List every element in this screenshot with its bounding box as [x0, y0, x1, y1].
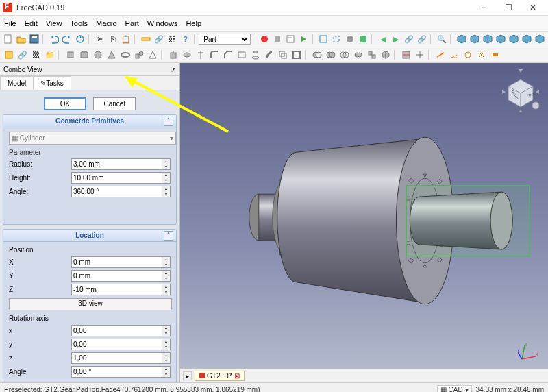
- link-icon[interactable]: 🔗: [153, 33, 165, 46]
- bottom-view-icon[interactable]: [521, 33, 533, 46]
- draw-style-icon[interactable]: [344, 33, 356, 46]
- part-fillet-icon[interactable]: [208, 49, 221, 62]
- 3d-view-button[interactable]: 3D view: [9, 298, 172, 310]
- new-file-icon[interactable]: [2, 33, 14, 46]
- macro-run-icon[interactable]: [297, 33, 310, 46]
- bool-cut-icon[interactable]: [310, 49, 323, 62]
- rot-angle-input[interactable]: ▲▼: [71, 366, 171, 378]
- link-nav-icon[interactable]: 🔗: [403, 33, 415, 46]
- navigation-cube[interactable]: FRONT RIGHT: [499, 69, 543, 112]
- ok-button[interactable]: OK: [44, 97, 86, 110]
- measure-icon[interactable]: [140, 33, 152, 46]
- rot-y-input[interactable]: ▲▼: [71, 339, 171, 350]
- nav-back-icon[interactable]: ◀: [376, 33, 388, 46]
- part-link-icon[interactable]: 🔗: [16, 49, 29, 62]
- menu-windows[interactable]: Windows: [147, 19, 178, 27]
- part-ruled-icon[interactable]: [235, 49, 248, 62]
- menu-help[interactable]: Help: [186, 19, 201, 27]
- part-shapebuilder-icon[interactable]: [146, 49, 159, 62]
- cancel-button[interactable]: Cancel: [93, 97, 136, 110]
- bool-intersect-icon[interactable]: [338, 49, 351, 62]
- zoom-icon[interactable]: 🔍: [436, 33, 448, 46]
- menu-view[interactable]: View: [46, 19, 62, 27]
- bool-fragments-icon[interactable]: [365, 49, 378, 62]
- open-file-icon[interactable]: [15, 33, 27, 46]
- part-cone-icon[interactable]: [105, 49, 118, 62]
- workbench-selector[interactable]: Part: [199, 34, 251, 45]
- tab-tasks[interactable]: ✎ Tasks: [33, 76, 71, 90]
- menu-file[interactable]: File: [4, 19, 16, 27]
- pos-z-input[interactable]: ▲▼: [71, 284, 171, 295]
- undo-icon[interactable]: [48, 33, 60, 46]
- part-revolve-icon[interactable]: [180, 49, 193, 62]
- rear-view-icon[interactable]: [508, 33, 520, 46]
- collapse-icon[interactable]: ˄: [164, 117, 173, 126]
- measure-toggle-icon[interactable]: [488, 49, 501, 62]
- redo-icon[interactable]: [61, 33, 73, 46]
- pos-x-input[interactable]: ▲▼: [71, 256, 171, 268]
- part-sphere-icon[interactable]: [91, 49, 104, 62]
- measure-angular-icon[interactable]: [447, 49, 460, 62]
- front-view-icon[interactable]: [469, 33, 481, 46]
- part-cylinder-icon[interactable]: [77, 49, 90, 62]
- macro-stop-icon[interactable]: [271, 33, 284, 46]
- refresh-icon[interactable]: [74, 33, 86, 46]
- part-group-icon[interactable]: [2, 49, 15, 62]
- part-chamfer-icon[interactable]: [221, 49, 234, 62]
- part-thickness-icon[interactable]: [290, 49, 303, 62]
- right-view-icon[interactable]: [495, 33, 507, 46]
- menu-tools[interactable]: Tools: [70, 19, 88, 27]
- document-tab[interactable]: GT2 : 1* ⊠: [195, 371, 245, 381]
- radius-input[interactable]: ▲▼: [71, 158, 171, 170]
- top-view-icon[interactable]: [482, 33, 494, 46]
- view-fit-selection-icon[interactable]: [330, 33, 342, 46]
- panel-float-icon[interactable]: ↗: [171, 66, 176, 73]
- paste-icon[interactable]: 📋: [120, 33, 132, 46]
- part-vargroup-icon[interactable]: 📁: [43, 49, 56, 62]
- rot-x-input[interactable]: ▲▼: [71, 325, 171, 336]
- part-offset-icon[interactable]: [276, 49, 289, 62]
- left-view-icon[interactable]: [534, 33, 546, 46]
- part-section-icon[interactable]: [399, 49, 412, 62]
- tab-close-icon[interactable]: ⊠: [234, 372, 240, 380]
- bounding-box-icon[interactable]: [357, 33, 369, 46]
- minimize-button[interactable]: −: [471, 0, 496, 15]
- 3d-viewport[interactable]: FRONT RIGHT x z y ▸ GT2 : 1* ⊠: [180, 63, 548, 382]
- link-select-icon[interactable]: 🔗: [416, 33, 428, 46]
- part-torus-icon[interactable]: [119, 49, 132, 62]
- whats-this-icon[interactable]: ?: [179, 33, 191, 46]
- menu-edit[interactable]: Edit: [25, 19, 38, 27]
- bool-slice-icon[interactable]: [379, 49, 392, 62]
- close-button[interactable]: ✕: [521, 0, 545, 15]
- rot-z-input[interactable]: ▲▼: [71, 352, 171, 364]
- macro-list-icon[interactable]: [284, 33, 297, 46]
- bool-connect-icon[interactable]: [351, 49, 364, 62]
- part-linkgroup-icon[interactable]: ⛓: [29, 49, 42, 62]
- nav-forward-icon[interactable]: ▶: [390, 33, 402, 46]
- part-mirror-icon[interactable]: [194, 49, 207, 62]
- part-extrude-icon[interactable]: [166, 49, 179, 62]
- tab-start-icon[interactable]: ▸: [183, 371, 192, 380]
- measure-linear-icon[interactable]: [434, 49, 447, 62]
- collapse-icon[interactable]: ˄: [164, 231, 173, 241]
- tab-model[interactable]: Model: [0, 76, 34, 90]
- cut-icon[interactable]: ✂: [94, 33, 106, 46]
- copy-icon[interactable]: ⎘: [107, 33, 119, 46]
- part-sweep-icon[interactable]: [262, 49, 275, 62]
- pos-y-input[interactable]: ▲▼: [71, 270, 171, 282]
- height-input[interactable]: ▲▼: [71, 172, 171, 184]
- macro-record-icon[interactable]: [258, 33, 271, 46]
- primitive-type-selector[interactable]: ▦ Cylinder▾: [9, 132, 176, 145]
- angle-input[interactable]: ▲▼: [71, 186, 171, 197]
- part-box-icon[interactable]: [64, 49, 77, 62]
- part-cross-icon[interactable]: [413, 49, 426, 62]
- unlink-icon[interactable]: ⛓: [166, 33, 178, 46]
- part-primitives-icon[interactable]: [132, 49, 145, 62]
- iso-view-icon[interactable]: [456, 33, 468, 46]
- bool-union-icon[interactable]: [324, 49, 337, 62]
- menu-macro[interactable]: Macro: [96, 19, 117, 27]
- view-fit-icon[interactable]: [317, 33, 329, 46]
- nav-style-button[interactable]: ▦ CAD ▾: [437, 385, 472, 393]
- part-loft-icon[interactable]: [249, 49, 262, 62]
- save-icon[interactable]: [28, 33, 40, 46]
